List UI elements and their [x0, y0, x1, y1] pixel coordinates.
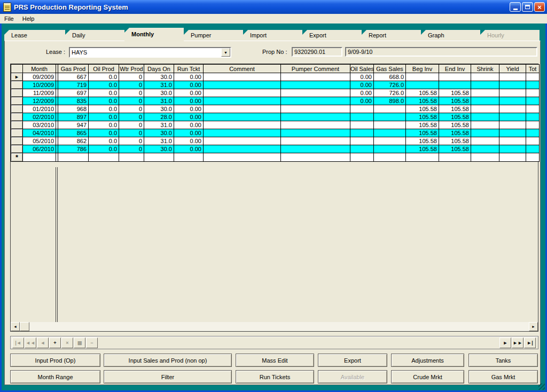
cell-month[interactable]: 05/2010 [23, 137, 56, 145]
cell-end-inv[interactable]: 105.58 [439, 89, 471, 97]
cell-yield[interactable] [499, 97, 526, 105]
cell-beg-inv[interactable] [406, 153, 439, 162]
cell-run-tckt[interactable]: 0.00 [174, 105, 204, 113]
column-header-gas-prod[interactable]: Gas Prod [58, 65, 89, 73]
column-header-run-tckt[interactable]: Run Tckt [174, 65, 204, 73]
cell-month[interactable]: 12/2009 [23, 97, 56, 105]
menu-item-file[interactable]: File [0, 14, 18, 23]
cell-run-tckt[interactable]: 0.00 [174, 121, 204, 129]
cell-beg-inv[interactable]: 105.58 [406, 105, 439, 113]
cell-month[interactable]: 09/2009 [23, 73, 56, 81]
cell-oil-prod[interactable] [89, 153, 119, 162]
column-header-beg-inv[interactable]: Beg Inv [406, 65, 439, 73]
cell-wtr-prod[interactable]: 0 [119, 105, 144, 113]
cell-month[interactable]: 01/2010 [23, 105, 56, 113]
row-selector[interactable] [11, 113, 23, 121]
column-header-end-inv[interactable]: End Inv [439, 65, 471, 73]
cell-comment[interactable] [204, 89, 281, 97]
cell-yield[interactable] [499, 129, 526, 137]
cell-comment[interactable] [204, 73, 281, 81]
cell-gas-prod[interactable]: 786 [58, 145, 89, 153]
cell-yield[interactable] [499, 145, 526, 153]
column-header-oil-prod[interactable]: Oil Prod [89, 65, 119, 73]
cell-pumper-comment[interactable] [281, 97, 350, 105]
tab-export[interactable]: Export [302, 30, 362, 41]
cell-comment[interactable] [204, 129, 281, 137]
rewind-records-button[interactable]: ◄◄ [25, 338, 36, 348]
cell-gas-sales[interactable] [374, 153, 406, 162]
cell-beg-inv[interactable]: 105.58 [406, 137, 439, 145]
cell-gas-sales[interactable] [374, 113, 406, 121]
first-record-button[interactable]: |◄ [12, 338, 24, 348]
next-record-button[interactable]: ► [499, 338, 511, 348]
row-selector[interactable] [11, 121, 23, 129]
cell-oil-prod[interactable]: 0.0 [89, 81, 119, 89]
filter-button[interactable]: Filter [104, 370, 232, 383]
row-selector[interactable] [11, 129, 23, 137]
row-selector[interactable] [11, 89, 23, 97]
cell-wtr-prod[interactable]: 0 [119, 137, 144, 145]
cell-oil-prod[interactable]: 0.0 [89, 97, 119, 105]
cell-shrink[interactable] [471, 129, 499, 137]
column-header-shrink[interactable]: Shrink [471, 65, 499, 73]
cell-end-inv[interactable]: 105.58 [439, 121, 471, 129]
cell-oil-sales[interactable] [350, 129, 374, 137]
cell-beg-inv[interactable] [406, 73, 439, 81]
cell-end-inv[interactable]: 105.58 [439, 97, 471, 105]
cell-pumper-comment[interactable] [281, 73, 350, 81]
cell-oil-sales[interactable] [350, 121, 374, 129]
cell-days-on[interactable]: 30.0 [144, 129, 174, 137]
cell-end-inv[interactable]: 105.58 [439, 105, 471, 113]
cell-tot[interactable] [526, 97, 540, 105]
cell-oil-prod[interactable]: 0.0 [89, 113, 119, 121]
gas-mrkt-button[interactable]: Gas Mrkt [468, 370, 538, 383]
scroll-left-icon[interactable]: ◄ [11, 322, 20, 331]
cell-month[interactable]: 04/2010 [23, 129, 56, 137]
resize-grip[interactable] [538, 383, 545, 390]
cell-run-tckt[interactable]: 0.00 [174, 137, 204, 145]
lease-combobox[interactable]: HAYS ▼ [69, 47, 231, 58]
row-selector[interactable] [11, 81, 23, 89]
new-record-selector[interactable]: * [11, 153, 23, 162]
cell-end-inv[interactable]: 105.58 [439, 129, 471, 137]
tab-monthly[interactable]: Monthly [124, 28, 184, 41]
cell-days-on[interactable]: 30.0 [144, 73, 174, 81]
cell-tot[interactable] [526, 105, 540, 113]
tab-report[interactable]: Report [362, 30, 421, 41]
cell-pumper-comment[interactable] [281, 129, 350, 137]
cell-month[interactable]: 11/2009 [23, 89, 56, 97]
minimize-button[interactable] [510, 2, 521, 12]
cell-gas-sales[interactable]: 898.0 [374, 97, 406, 105]
cell-oil-prod[interactable]: 0.0 [89, 121, 119, 129]
cell-beg-inv[interactable]: 105.58 [406, 145, 439, 153]
cell-tot[interactable] [526, 81, 540, 89]
cell-beg-inv[interactable]: 105.58 [406, 97, 439, 105]
cell-gas-prod[interactable]: 667 [58, 73, 89, 81]
delete-record-button[interactable]: − [86, 338, 98, 348]
save-record-button[interactable]: ▤ [74, 338, 85, 348]
input-sales-and-prod-non-op-button[interactable]: Input Sales and Prod (non op) [104, 354, 232, 367]
cell-yield[interactable] [499, 113, 526, 121]
cell-gas-sales[interactable]: 726.0 [374, 81, 406, 89]
cell-oil-prod[interactable]: 0.0 [89, 129, 119, 137]
cell-tot[interactable] [526, 145, 540, 153]
cell-pumper-comment[interactable] [281, 89, 350, 97]
cell-gas-prod[interactable]: 719 [58, 81, 89, 89]
cell-pumper-comment[interactable] [281, 137, 350, 145]
cell-days-on[interactable]: 31.0 [144, 137, 174, 145]
export-button[interactable]: Export [318, 354, 387, 367]
cell-gas-prod[interactable]: 897 [58, 113, 89, 121]
cell-days-on[interactable]: 30.0 [144, 105, 174, 113]
cell-oil-sales[interactable]: 0.00 [350, 81, 374, 89]
row-selector[interactable] [11, 97, 23, 105]
cell-tot[interactable] [526, 121, 540, 129]
cell-pumper-comment[interactable] [281, 113, 350, 121]
tab-daily[interactable]: Daily [65, 30, 124, 41]
cell-gas-prod[interactable]: 968 [58, 105, 89, 113]
cell-end-inv[interactable]: 105.58 [439, 145, 471, 153]
cell-yield[interactable] [499, 105, 526, 113]
cell-oil-prod[interactable]: 0.0 [89, 137, 119, 145]
cell-oil-prod[interactable]: 0.0 [89, 73, 119, 81]
cell-yield[interactable] [499, 137, 526, 145]
run-tickets-button[interactable]: Run Tickets [236, 370, 314, 383]
